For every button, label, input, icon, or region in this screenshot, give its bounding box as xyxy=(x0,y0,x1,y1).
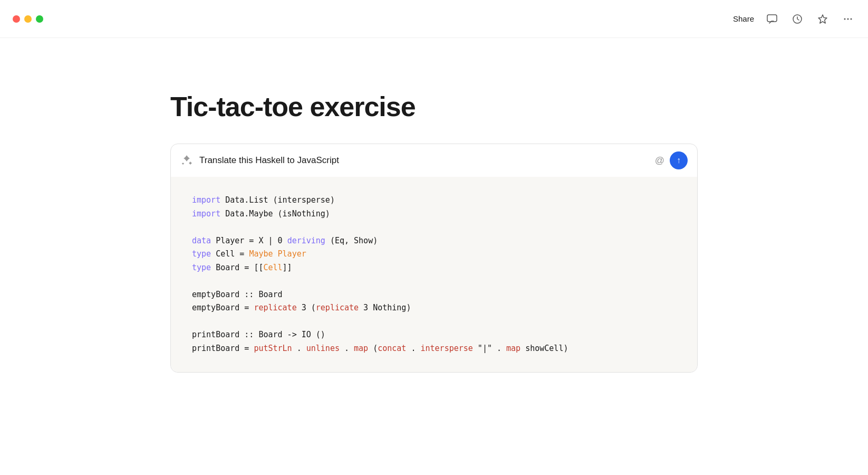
title-bar-right: Share xyxy=(733,12,855,26)
prompt-input[interactable] xyxy=(199,155,649,166)
page-title: Tic-tac-toe exercise xyxy=(170,91,698,122)
svg-point-2 xyxy=(844,18,846,20)
maximize-button[interactable] xyxy=(36,15,43,23)
code-empty-1 xyxy=(192,221,676,234)
input-actions: @ ↑ xyxy=(655,151,688,169)
code-empty-3 xyxy=(192,315,676,329)
main-content: Tic-tac-toe exercise @ ↑ xyxy=(0,38,868,475)
minimize-button[interactable] xyxy=(24,15,32,23)
code-line-6: emptyBoard :: Board xyxy=(192,288,676,302)
code-line-9: printBoard = putStrLn . unlines . map (c… xyxy=(192,342,676,356)
code-block: import Data.List (intersperse) import Da… xyxy=(171,177,697,372)
svg-rect-0 xyxy=(767,15,777,22)
title-bar: Share xyxy=(0,0,868,38)
code-line-7: emptyBoard = replicate 3 (replicate 3 No… xyxy=(192,301,676,315)
svg-point-4 xyxy=(851,18,852,20)
submit-button[interactable]: ↑ xyxy=(670,151,688,169)
code-line-1: import Data.List (intersperse) xyxy=(192,194,676,207)
svg-point-3 xyxy=(847,18,849,20)
ai-icon xyxy=(180,154,193,167)
code-line-5: type Board = [[Cell]] xyxy=(192,261,676,275)
code-line-8: printBoard :: Board -> IO () xyxy=(192,328,676,342)
code-line-4: type Cell = Maybe Player xyxy=(192,248,676,261)
page-container: Tic-tac-toe exercise @ ↑ xyxy=(128,38,740,394)
history-icon[interactable] xyxy=(790,12,805,26)
window-controls xyxy=(13,15,43,23)
more-icon[interactable] xyxy=(841,12,855,26)
share-button[interactable]: Share xyxy=(733,14,754,23)
close-button[interactable] xyxy=(13,15,20,23)
input-container: @ ↑ import Data.List (intersperse) impor… xyxy=(170,144,698,373)
star-icon[interactable] xyxy=(815,12,830,26)
code-line-2: import Data.Maybe (isNothing) xyxy=(192,207,676,221)
code-line-3: data Player = X | 0 deriving (Eq, Show) xyxy=(192,234,676,248)
at-button[interactable]: @ xyxy=(655,155,664,166)
input-row: @ ↑ xyxy=(171,144,697,177)
comment-icon[interactable] xyxy=(765,12,779,26)
code-empty-2 xyxy=(192,274,676,288)
